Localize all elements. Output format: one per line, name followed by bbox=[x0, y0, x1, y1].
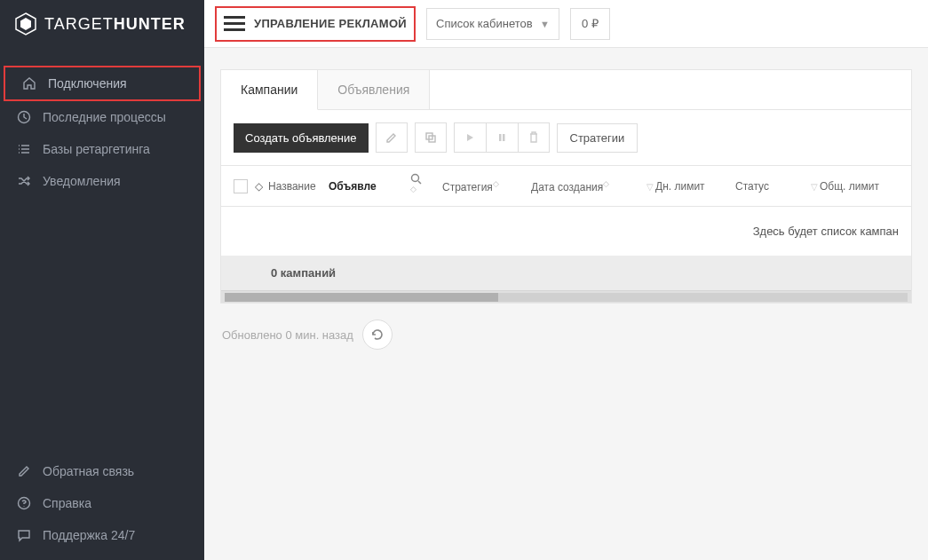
play-button[interactable] bbox=[454, 122, 486, 153]
edit-button[interactable] bbox=[376, 122, 408, 153]
sidebar-item-recent[interactable]: Последние процессы bbox=[0, 101, 204, 133]
sidebar-item-retargeting[interactable]: Базы ретаргетинга bbox=[0, 133, 204, 165]
empty-state-text: Здесь будет список кампан bbox=[221, 207, 911, 256]
svg-rect-8 bbox=[503, 134, 505, 141]
col-totlimit[interactable]: ▽Общ. лимит bbox=[805, 180, 894, 193]
balance-value: 0 ₽ bbox=[582, 17, 599, 30]
select-all-checkbox[interactable] bbox=[234, 179, 248, 193]
brand-thin: TARGET bbox=[44, 15, 114, 34]
tab-ads[interactable]: Объявления bbox=[318, 70, 430, 109]
col-daylimit[interactable]: ▽Дн. лимит bbox=[641, 180, 730, 193]
sidebar-item-notifications[interactable]: Уведомления bbox=[0, 165, 204, 197]
delete-button[interactable] bbox=[518, 122, 550, 153]
copy-button[interactable] bbox=[415, 122, 447, 153]
col-ad[interactable]: Объявле bbox=[323, 180, 405, 193]
tab-campaigns[interactable]: Кампании bbox=[221, 70, 318, 110]
question-icon bbox=[16, 496, 32, 510]
table-summary: 0 кампаний bbox=[221, 256, 911, 290]
shuffle-icon bbox=[16, 174, 32, 188]
filter-icon[interactable]: ▽ bbox=[811, 182, 818, 192]
sidebar-item-help[interactable]: Справка bbox=[0, 487, 204, 519]
horizontal-scrollbar[interactable] bbox=[221, 290, 911, 303]
col-search-icon[interactable]: ◇ bbox=[405, 173, 437, 199]
svg-marker-1 bbox=[20, 18, 31, 30]
sidebar-item-label: Подключения bbox=[48, 76, 127, 91]
updated-text: Обновлено 0 мин. назад bbox=[222, 328, 353, 342]
pause-button[interactable] bbox=[486, 122, 518, 153]
strategies-button[interactable]: Стратегии bbox=[557, 123, 638, 153]
svg-point-9 bbox=[412, 175, 419, 182]
col-name[interactable]: Название bbox=[263, 180, 323, 193]
svg-rect-7 bbox=[499, 134, 502, 141]
sidebar-item-label: Поддержка 24/7 bbox=[43, 528, 135, 542]
caret-down-icon: ▼ bbox=[540, 19, 550, 29]
sidebar-item-label: Базы ретаргетинга bbox=[43, 142, 150, 156]
svg-line-10 bbox=[418, 181, 421, 184]
logo-icon bbox=[14, 12, 37, 35]
svg-marker-6 bbox=[467, 134, 473, 141]
col-created[interactable]: Дата создания◇ bbox=[526, 179, 641, 193]
col-strategy[interactable]: Стратегия◇ bbox=[437, 179, 526, 193]
balance-display[interactable]: 0 ₽ bbox=[570, 8, 610, 40]
sort-icon[interactable]: ◇ bbox=[255, 180, 263, 193]
accounts-dropdown[interactable]: Список кабинетов ▼ bbox=[426, 8, 559, 40]
list-icon bbox=[16, 142, 32, 156]
page-title: УПРАВЛЕНИЕ РЕКЛАМОЙ bbox=[254, 17, 407, 30]
sidebar-item-feedback[interactable]: Обратная связь bbox=[0, 455, 204, 487]
sidebar-item-support[interactable]: Поддержка 24/7 bbox=[0, 519, 204, 551]
dropdown-label: Список кабинетов bbox=[436, 17, 533, 30]
filter-icon[interactable]: ▽ bbox=[646, 182, 654, 192]
brand-bold: HUNTER bbox=[114, 15, 186, 34]
col-status[interactable]: Статус bbox=[730, 180, 805, 193]
hamburger-icon[interactable] bbox=[224, 16, 245, 31]
edit-icon bbox=[16, 464, 32, 478]
sidebar-item-label: Уведомления bbox=[43, 174, 121, 188]
page-heading-box: УПРАВЛЕНИЕ РЕКЛАМОЙ bbox=[215, 6, 416, 42]
sidebar-item-label: Последние процессы bbox=[43, 110, 166, 124]
sidebar-item-connections[interactable]: Подключения bbox=[4, 66, 201, 101]
brand-logo: TARGETHUNTER bbox=[0, 0, 204, 48]
refresh-button[interactable] bbox=[362, 319, 393, 350]
home-icon bbox=[21, 76, 37, 91]
chat-icon bbox=[16, 528, 32, 542]
create-ad-button[interactable]: Создать объявление bbox=[234, 123, 369, 153]
clock-icon bbox=[16, 110, 32, 124]
sidebar-item-label: Справка bbox=[43, 496, 91, 510]
sidebar-item-label: Обратная связь bbox=[43, 464, 134, 478]
